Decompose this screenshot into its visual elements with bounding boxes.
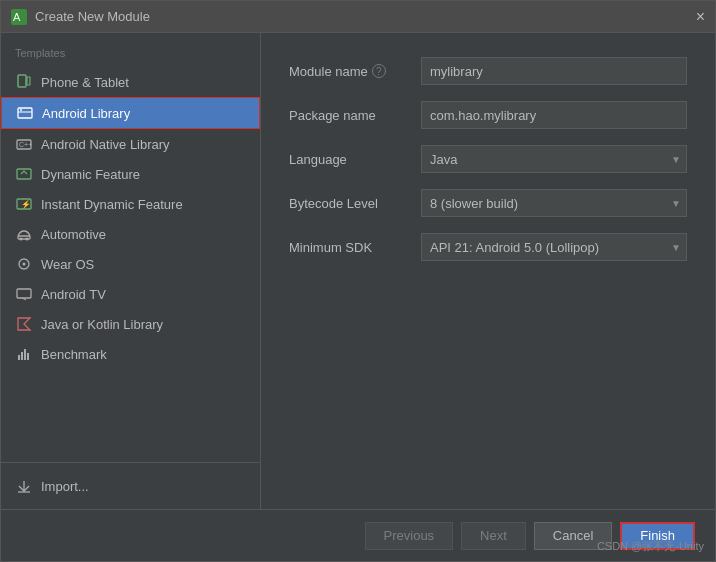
dynamic-feature-icon: [15, 165, 33, 183]
form-row-bytecode: Bytecode Level 8 (slower build) 7 6 ▼: [289, 189, 687, 217]
svg-point-14: [26, 238, 29, 241]
min-sdk-label: Minimum SDK: [289, 240, 409, 255]
bytecode-label: Bytecode Level: [289, 196, 409, 211]
sidebar-item-import[interactable]: Import...: [1, 471, 260, 501]
import-icon: [15, 477, 33, 495]
previous-button[interactable]: Previous: [365, 522, 454, 550]
sidebar-item-phone-tablet[interactable]: Phone & Tablet: [1, 67, 260, 97]
svg-rect-17: [17, 289, 31, 298]
sidebar-item-automotive[interactable]: Automotive: [1, 219, 260, 249]
phone-tablet-icon: [15, 73, 33, 91]
svg-rect-3: [27, 77, 30, 85]
svg-rect-4: [18, 108, 32, 118]
sidebar-item-instant-dynamic[interactable]: ⚡ Instant Dynamic Feature: [1, 189, 260, 219]
next-button[interactable]: Next: [461, 522, 526, 550]
sidebar-label-dynamic-feature: Dynamic Feature: [41, 167, 140, 182]
sidebar-label-phone-tablet: Phone & Tablet: [41, 75, 129, 90]
app-icon: A: [11, 9, 27, 25]
window-content: Templates Phone & Tablet: [1, 33, 715, 509]
titlebar: A Create New Module ×: [1, 1, 715, 33]
wearos-icon: [15, 255, 33, 273]
form-row-language: Language Java Kotlin ▼: [289, 145, 687, 173]
svg-point-13: [20, 238, 23, 241]
sidebar-item-benchmark[interactable]: Benchmark: [1, 339, 260, 369]
svg-rect-20: [18, 355, 20, 360]
android-tv-icon: [15, 285, 33, 303]
window-title: Create New Module: [35, 9, 696, 24]
android-native-icon: C++: [15, 135, 33, 153]
sidebar-label-automotive: Automotive: [41, 227, 106, 242]
sidebar-label-android-tv: Android TV: [41, 287, 106, 302]
sidebar-label-instant-dynamic: Instant Dynamic Feature: [41, 197, 183, 212]
svg-rect-21: [21, 352, 23, 360]
module-name-label: Module name ?: [289, 64, 409, 79]
svg-text:⚡: ⚡: [21, 199, 31, 209]
module-name-input[interactable]: [421, 57, 687, 85]
form-row-min-sdk: Minimum SDK API 21: Android 5.0 (Lollipo…: [289, 233, 687, 261]
form-row-package-name: Package name: [289, 101, 687, 129]
svg-text:C++: C++: [19, 141, 32, 148]
svg-rect-23: [27, 353, 29, 360]
sidebar: Templates Phone & Tablet: [1, 33, 261, 509]
language-select[interactable]: Java Kotlin: [421, 145, 687, 173]
svg-point-16: [23, 263, 26, 266]
sidebar-item-android-library[interactable]: Android Library: [1, 97, 260, 129]
sidebar-section-label: Templates: [1, 41, 260, 67]
bytecode-select-wrapper: 8 (slower build) 7 6 ▼: [421, 189, 687, 217]
min-sdk-select-wrapper: API 21: Android 5.0 (Lollipop) API 24: A…: [421, 233, 687, 261]
svg-rect-22: [24, 349, 26, 360]
android-library-icon: [16, 104, 34, 122]
instant-dynamic-icon: ⚡: [15, 195, 33, 213]
language-label: Language: [289, 152, 409, 167]
svg-rect-2: [18, 75, 26, 87]
form-row-module-name: Module name ?: [289, 57, 687, 85]
sidebar-label-wearos: Wear OS: [41, 257, 94, 272]
sidebar-item-java-kotlin[interactable]: Java or Kotlin Library: [1, 309, 260, 339]
sidebar-bottom: Import...: [1, 462, 260, 509]
sidebar-item-wearos[interactable]: Wear OS: [1, 249, 260, 279]
sidebar-item-dynamic-feature[interactable]: Dynamic Feature: [1, 159, 260, 189]
sidebar-label-java-kotlin: Java or Kotlin Library: [41, 317, 163, 332]
sidebar-label-benchmark: Benchmark: [41, 347, 107, 362]
main-form-panel: Module name ? Package name Language: [261, 33, 715, 509]
package-name-input[interactable]: [421, 101, 687, 129]
close-button[interactable]: ×: [696, 9, 705, 25]
automotive-icon: [15, 225, 33, 243]
svg-point-6: [20, 109, 22, 111]
java-kotlin-icon: [15, 315, 33, 333]
bytecode-select[interactable]: 8 (slower build) 7 6: [421, 189, 687, 217]
watermark: CSDN @张不无-Unity: [597, 539, 704, 554]
module-name-help-icon[interactable]: ?: [372, 64, 386, 78]
create-new-module-window: A Create New Module × Templates Phone & …: [0, 0, 716, 562]
sidebar-item-android-native[interactable]: C++ Android Native Library: [1, 129, 260, 159]
svg-marker-19: [18, 318, 30, 330]
sidebar-label-android-library: Android Library: [42, 106, 130, 121]
sidebar-label-android-native: Android Native Library: [41, 137, 170, 152]
min-sdk-select[interactable]: API 21: Android 5.0 (Lollipop) API 24: A…: [421, 233, 687, 261]
sidebar-item-android-tv[interactable]: Android TV: [1, 279, 260, 309]
package-name-label: Package name: [289, 108, 409, 123]
svg-text:A: A: [13, 11, 21, 23]
benchmark-icon: [15, 345, 33, 363]
sidebar-label-import: Import...: [41, 479, 89, 494]
language-select-wrapper: Java Kotlin ▼: [421, 145, 687, 173]
